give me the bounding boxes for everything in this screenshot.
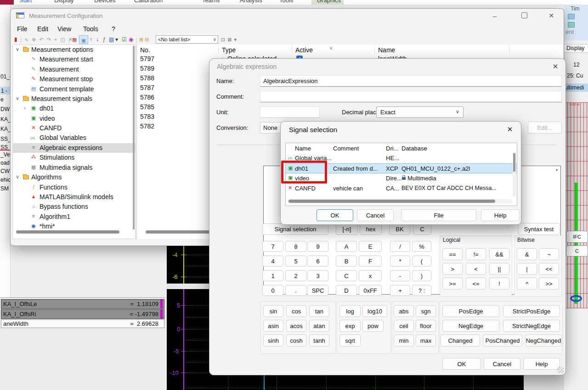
ribbon-icon[interactable]	[568, 14, 575, 19]
tree-item-functions[interactable]: ƒ Functions	[13, 183, 135, 192]
name-field[interactable]: AlgebraicExpression	[260, 75, 562, 87]
signal-selection-button[interactable]: Signal selection	[262, 223, 328, 235]
op-paren-close[interactable]: )	[412, 270, 431, 281]
menu-help[interactable]: ?	[112, 25, 115, 33]
tree-vertical-scrollbar[interactable]	[133, 46, 135, 229]
fn-acos[interactable]: acos	[286, 320, 306, 332]
sort-chevron-icon[interactable]: ∨	[329, 45, 333, 50]
collapse-icon[interactable]: ∨	[16, 95, 19, 101]
fn-log[interactable]: log	[339, 305, 361, 317]
key-B[interactable]: B	[336, 256, 357, 267]
dropdown-icon[interactable]: ▾	[115, 36, 118, 43]
op-lte[interactable]: <=	[466, 278, 486, 290]
label-list-icons[interactable]: ⊞ ⊟	[139, 37, 149, 43]
menu-tools[interactable]: Tools	[83, 25, 98, 33]
column-separator[interactable]	[292, 45, 292, 54]
op-shr[interactable]: >>	[539, 278, 559, 290]
op-multiply[interactable]: *	[390, 256, 410, 267]
op-gte[interactable]: >=	[442, 278, 463, 290]
tree-item-measurement[interactable]: ✎ Measurement	[13, 65, 135, 74]
key-E[interactable]: E	[359, 241, 382, 252]
column-header-name[interactable]: Name	[378, 46, 395, 54]
key-space[interactable]: SPC	[307, 285, 328, 296]
key-F[interactable]: F	[359, 256, 382, 267]
tree-item-video[interactable]: ▣ video	[13, 114, 135, 123]
fn-atan[interactable]: atan	[309, 320, 329, 332]
key-9[interactable]: 9	[307, 241, 328, 252]
horizontal-scrollbar-thumb[interactable]	[288, 200, 495, 203]
panel-row[interactable]: 25: Cu	[567, 72, 583, 79]
save-icon[interactable]: ▤	[109, 36, 114, 43]
cell-no[interactable]: 5787	[140, 84, 154, 91]
column-header-active[interactable]: Active	[295, 46, 313, 54]
key-6[interactable]: 6	[307, 256, 328, 267]
tab-tools[interactable]: Tools	[279, 0, 293, 4]
side-button-ifc[interactable]: IFC	[566, 231, 588, 243]
op-paren-open[interactable]: (	[412, 256, 431, 267]
file-button[interactable]: File	[401, 209, 476, 221]
tree-item-hmi[interactable]: ◉ *hmi*	[13, 222, 135, 231]
close-button[interactable]: ✕	[542, 10, 561, 22]
table-horizontal-scrollbar[interactable]	[146, 230, 215, 234]
cancel-button[interactable]: Cancel	[357, 209, 394, 221]
column-header-no[interactable]: No.	[140, 46, 150, 54]
menu-view[interactable]: View	[57, 25, 71, 33]
op-bitor[interactable]: |	[517, 263, 537, 275]
fn-sinh[interactable]: sinh	[263, 334, 283, 346]
op-or[interactable]: ||	[489, 263, 509, 275]
cell-no[interactable]: 5789	[140, 65, 154, 72]
key-hex[interactable]: hex	[360, 223, 382, 235]
help-button[interactable]: Help	[481, 209, 520, 221]
comment-field[interactable]	[260, 91, 562, 102]
image-icon[interactable]: ▣	[79, 35, 88, 44]
tree-item-stimulations[interactable]: ⁂ Stimulations	[13, 153, 135, 162]
menu-edit[interactable]: Edit	[37, 25, 48, 33]
column-header-type[interactable]: Type	[222, 46, 236, 54]
op-neq[interactable]: !=	[466, 248, 486, 260]
cell-no[interactable]: 5783	[140, 113, 154, 120]
tree-item-measurement-signals[interactable]: ∨ Measurement signals	[13, 94, 135, 104]
column-separator[interactable]	[218, 45, 219, 54]
fn-max[interactable]: max	[416, 334, 436, 346]
fn-floor[interactable]: floor	[416, 320, 436, 332]
key-7[interactable]: 7	[262, 241, 283, 252]
tree-item-comment-template[interactable]: ▤ Comment template	[13, 84, 135, 94]
tab-calibration[interactable]: Calibration	[134, 0, 163, 4]
menu-file[interactable]: File	[17, 25, 28, 33]
tab-analysis[interactable]: Analysis	[240, 0, 262, 4]
op-subtract[interactable]: -	[390, 270, 410, 281]
op-gt[interactable]: >	[442, 263, 463, 275]
value-row[interactable]: KA_I_OffsLe = 1.18109	[1, 299, 164, 309]
fn-sin[interactable]: sin	[263, 305, 283, 317]
value-row[interactable]: KA_I_OffsRi = -1.49798	[1, 309, 164, 319]
op-shl[interactable]: <<	[539, 263, 559, 275]
syntax-test-button[interactable]: Syntax test	[518, 223, 560, 235]
column-separator[interactable]	[509, 45, 510, 54]
key-0[interactable]: 0	[262, 285, 283, 296]
cell-no[interactable]: 5786	[140, 94, 154, 101]
tree-item-bypass-functions[interactable]: ⌂ Bypass functions	[13, 202, 135, 212]
key-0xFF[interactable]: 0xFF	[359, 285, 382, 296]
tab-display[interactable]: Display	[54, 0, 74, 4]
resize-grip[interactable]	[557, 367, 564, 373]
panel-splitter[interactable]	[136, 45, 136, 239]
chevron-down-icon[interactable]: ∨	[213, 37, 216, 42]
op-add[interactable]: +	[390, 285, 410, 296]
fn-tan[interactable]: tan	[309, 305, 329, 317]
move-up-icon[interactable]: ↑	[90, 36, 92, 43]
tab-devices[interactable]: Devices	[94, 0, 115, 4]
op-ternary[interactable]: ? :	[412, 285, 431, 296]
scope-splitter[interactable]	[167, 284, 209, 289]
cell-no[interactable]: 5785	[140, 103, 154, 111]
close-icon[interactable]: ✕	[503, 124, 517, 134]
fn-asin[interactable]: asin	[263, 320, 283, 332]
fn-cosh[interactable]: cosh	[286, 334, 306, 346]
move-down-icon[interactable]: ↓	[96, 36, 99, 43]
ok-button[interactable]: OK	[442, 358, 481, 370]
op-eq[interactable]: ==	[442, 248, 463, 260]
fn-strictposedge[interactable]: StrictPosEdge	[503, 305, 560, 317]
key-2[interactable]: 2	[285, 270, 306, 281]
close-icon[interactable]: ✕	[548, 61, 563, 72]
cancel-button[interactable]: Cancel	[484, 358, 520, 370]
key-4[interactable]: 4	[262, 256, 283, 267]
